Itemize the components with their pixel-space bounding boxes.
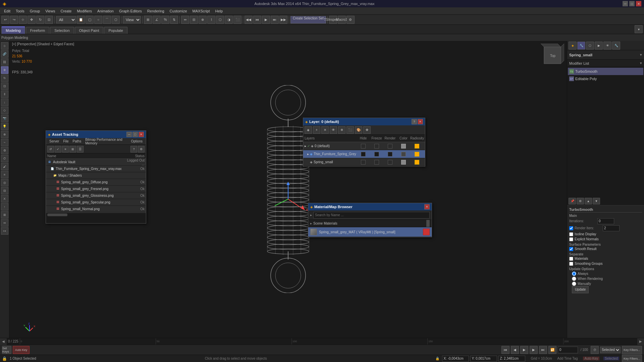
menu-modifiers[interactable]: Modifiers: [74, 8, 95, 14]
mod-pin-btn[interactable]: 📌: [569, 198, 576, 204]
timeline-right-btn[interactable]: ▶: [637, 338, 644, 345]
small-freeze-cell[interactable]: [370, 160, 383, 165]
menu-rendering[interactable]: Rendering: [145, 8, 167, 14]
default-radiosity-cell[interactable]: [410, 144, 424, 148]
angle-snap[interactable]: ∠: [153, 16, 161, 24]
at-row-diffuse[interactable]: 🖼Spring_small_grey_Diffuse.png Ok: [46, 179, 146, 186]
at-settings-btn[interactable]: ⚙: [138, 146, 145, 153]
layer-render-btn[interactable]: ⬛: [346, 126, 354, 134]
ts-smooth-check[interactable]: [569, 247, 573, 251]
helpers-tool[interactable]: ⊕: [1, 131, 8, 138]
rotate-button[interactable]: ↻: [36, 16, 44, 24]
menu-animation[interactable]: Animation: [95, 8, 116, 14]
layer-icon-btn[interactable]: ◈: [305, 126, 312, 134]
layer-view-btn[interactable]: 👁: [330, 126, 337, 134]
default-render-cell[interactable]: [383, 144, 397, 148]
layer-row-spring-small[interactable]: ◈ Spring_small: [303, 158, 425, 166]
mirror-tool[interactable]: ⇔: [1, 219, 8, 227]
layer-color-btn[interactable]: 🎨: [355, 126, 362, 134]
menu-group[interactable]: Group: [27, 8, 43, 14]
modifier-turbosooth[interactable]: TS TurboSmooth: [568, 68, 643, 75]
ts-render-iters-input[interactable]: [603, 225, 620, 231]
playback-next[interactable]: ⏭: [271, 16, 279, 24]
timeline-left-btn[interactable]: ◀: [0, 338, 7, 345]
systems-tool[interactable]: ⚙: [1, 147, 8, 154]
menu-help[interactable]: Help: [213, 8, 226, 14]
xform[interactable]: X: [1, 195, 8, 202]
redo-button[interactable]: ↪: [10, 16, 18, 24]
menu-graph-editors[interactable]: Graph Editors: [116, 8, 145, 14]
menu-maxscript[interactable]: MAXScript: [190, 8, 213, 14]
at-detail-btn[interactable]: ☰: [77, 146, 84, 153]
default-hide-cell[interactable]: [357, 144, 370, 148]
paint-select[interactable]: ⬡: [112, 16, 120, 24]
at-list-btn[interactable]: ≡: [62, 146, 69, 153]
menu-customize[interactable]: Customize: [167, 8, 190, 14]
tab-object-paint[interactable]: Object Paint: [75, 27, 104, 34]
rect-select[interactable]: ▢: [86, 16, 94, 24]
mb-scroll-handle[interactable]: [426, 220, 430, 227]
asset-close-btn[interactable]: ✕: [139, 132, 144, 137]
small-hide-cell[interactable]: [357, 160, 370, 165]
status-key-filters-btn[interactable]: Key Filters...: [622, 355, 642, 362]
bt-playback-start[interactable]: ⏮: [501, 346, 509, 354]
bt-auto-key-btn[interactable]: Auto Key: [13, 346, 30, 354]
link-tool[interactable]: 🔗: [1, 50, 8, 58]
select-tool[interactable]: ⊹: [1, 42, 8, 50]
at-row-normal[interactable]: 🖼Spring_small_Normal.png Ok: [46, 206, 146, 213]
playback-play[interactable]: ▶: [262, 16, 270, 24]
bt-frame-input[interactable]: 0: [558, 347, 578, 353]
at-scrollbar[interactable]: [46, 213, 146, 217]
at-refresh-btn[interactable]: ↺: [47, 146, 54, 153]
grey-radiosity-cell[interactable]: [410, 152, 424, 157]
menu-tools[interactable]: Tools: [13, 8, 27, 14]
ts-always-radio[interactable]: [572, 272, 576, 276]
at-row-file[interactable]: 📄Thin_Furniture_Spring_Grey_max_vray.max…: [46, 166, 146, 172]
unlink-tool[interactable]: ⛓: [1, 58, 8, 66]
rp-hierarchy-tab[interactable]: ⬡: [586, 42, 594, 50]
viewport[interactable]: [+] [Perspective] [Shaded + Edged Faces]…: [9, 41, 567, 338]
layer-titlebar[interactable]: ◈ Layer: 0 (default) ? ✕: [303, 118, 425, 125]
macro1-btn[interactable]: Macro1: [338, 16, 346, 24]
select-by-name[interactable]: 📋: [77, 16, 85, 24]
at-menu-options[interactable]: Options: [129, 139, 145, 144]
tab-modeling[interactable]: Modeling: [1, 26, 25, 34]
at-grid-btn[interactable]: ⊞: [69, 146, 76, 153]
rp-motion-tab[interactable]: ▶: [595, 42, 603, 50]
mirror-button[interactable]: ⇔: [181, 16, 189, 24]
viewport-cube[interactable]: Top: [541, 44, 564, 67]
spacing-tool[interactable]: ⊶: [1, 227, 8, 235]
bt-time-config[interactable]: ⏱: [591, 346, 599, 354]
undo-button[interactable]: ↩: [1, 16, 9, 24]
isolate-sel[interactable]: ◎: [1, 179, 8, 186]
tab-populate[interactable]: Populate: [104, 27, 127, 34]
at-row-maps-folder[interactable]: 📁Maps / Shaders: [46, 172, 146, 179]
ts-isoline-check[interactable]: [569, 232, 573, 236]
schematic[interactable]: ⬡: [216, 16, 224, 24]
move-tool[interactable]: ✥: [1, 66, 8, 74]
ts-update-button[interactable]: Update: [572, 286, 589, 293]
menu-views[interactable]: Views: [43, 8, 58, 14]
modifier-editable-poly[interactable]: EP Editable Poly: [568, 75, 643, 82]
align-button[interactable]: ⊟: [190, 16, 198, 24]
mb-close-btn[interactable]: ✕: [424, 204, 430, 209]
ts-materials-check[interactable]: [569, 257, 573, 261]
material-editor[interactable]: ◑: [225, 16, 233, 24]
layer-row-default[interactable]: ▸ ✓ ◈ 0 (default): [303, 142, 425, 150]
rp-modify-tab[interactable]: 🔧: [577, 42, 585, 50]
maximize-button[interactable]: □: [629, 1, 635, 6]
normal-align[interactable]: ↑: [1, 203, 8, 210]
menu-edit[interactable]: Edit: [1, 8, 13, 14]
bt-playback-end[interactable]: ⏭: [539, 346, 547, 354]
array-tool[interactable]: ⊞: [1, 211, 8, 219]
at-row-fresnel[interactable]: 🖼Spring_small_grey_Fresnel.png Ok: [46, 186, 146, 192]
grey-hide-cell[interactable]: [357, 152, 370, 157]
at-menu-paths[interactable]: Paths: [71, 139, 84, 144]
playback-end[interactable]: ▶▶: [279, 16, 287, 24]
ts-rendering-radio[interactable]: [572, 277, 576, 281]
tab-menu-btn[interactable]: ▾: [635, 25, 643, 33]
mod-config-btn[interactable]: ⚙: [577, 198, 584, 204]
grey-color-cell[interactable]: [397, 152, 410, 157]
bt-playback-prev[interactable]: ◀: [511, 346, 519, 354]
mb-material-item[interactable]: Spring_small_grey_MAT ( VRayMtl ) [Sprin…: [308, 227, 432, 237]
